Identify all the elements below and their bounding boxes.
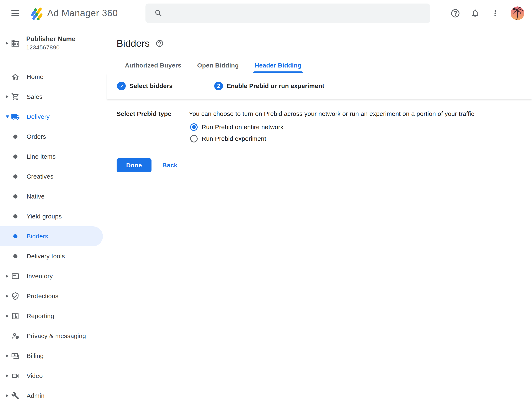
banknote-icon xyxy=(11,352,20,360)
sidebar-item-line-items[interactable]: Line items xyxy=(0,147,106,166)
bullet-icon xyxy=(13,214,17,219)
publisher-name: Publisher Name xyxy=(26,35,75,43)
tab-open-bidding[interactable]: Open Bidding xyxy=(196,58,240,73)
sidebar-item-delivery[interactable]: Delivery xyxy=(0,107,106,127)
tab-authorized-buyers[interactable]: Authorized Buyers xyxy=(124,58,183,73)
sidebar-item-delivery-tools[interactable]: Delivery tools xyxy=(0,246,106,266)
sidebar-item-native[interactable]: Native xyxy=(0,187,106,206)
sidebar-item-protections[interactable]: Protections xyxy=(0,286,106,306)
banner-icon xyxy=(11,272,20,280)
home-icon xyxy=(11,73,20,81)
sidebar-nav: Home Sales Delivery Orders Line items Cr… xyxy=(0,60,106,406)
product-name: Ad Manager 360 xyxy=(47,8,118,18)
page-help-icon[interactable] xyxy=(155,39,164,47)
expand-down-icon xyxy=(6,116,9,118)
bullet-icon xyxy=(13,234,17,238)
sidebar-item-inventory[interactable]: Inventory xyxy=(0,266,106,286)
truck-icon xyxy=(11,112,20,121)
radio-run-prebid-entire-network[interactable]: Run Prebid on entire network xyxy=(190,121,474,133)
bullet-icon xyxy=(13,194,17,198)
done-button[interactable]: Done xyxy=(117,158,152,172)
main-content: Bidders Authorized Buyers Open Bidding H… xyxy=(107,27,532,407)
page-title: Bidders xyxy=(117,38,150,49)
wizard-stepper: Select bidders 2 Enable Prebid or run ex… xyxy=(107,73,532,99)
sidebar: Publisher Name 1234567890 Home Sales Del… xyxy=(0,27,106,407)
sidebar-item-video[interactable]: Video xyxy=(0,366,106,386)
bullet-icon xyxy=(13,155,17,159)
shopping-cart-icon xyxy=(11,93,20,101)
sidebar-item-bidders[interactable]: Bidders xyxy=(0,226,103,246)
radio-selected-icon xyxy=(190,123,198,131)
sidebar-item-home[interactable]: Home xyxy=(0,67,106,87)
prebid-type-radio-group: Run Prebid on entire network Run Prebid … xyxy=(190,121,474,145)
bullet-icon xyxy=(13,174,17,179)
video-camera-icon xyxy=(11,372,20,380)
sidebar-item-billing[interactable]: Billing xyxy=(0,346,106,366)
step-connector xyxy=(176,86,211,86)
expand-right-icon xyxy=(6,314,8,318)
step-complete-check-icon xyxy=(117,82,126,90)
more-options-icon[interactable] xyxy=(491,9,500,18)
bullet-icon xyxy=(13,134,17,139)
sidebar-item-admin[interactable]: Admin xyxy=(0,386,106,406)
ad-manager-logo-icon xyxy=(29,6,43,20)
tab-header-bidding[interactable]: Header Bidding xyxy=(253,58,303,73)
field-label: Select Prebid type xyxy=(117,110,189,145)
sidebar-item-sales[interactable]: Sales xyxy=(0,87,106,107)
publisher-id: 1234567890 xyxy=(26,44,75,51)
expand-right-icon xyxy=(6,294,8,298)
sidebar-item-creatives[interactable]: Creatives xyxy=(0,166,106,187)
help-icon[interactable] xyxy=(450,8,460,18)
step-number-badge: 2 xyxy=(214,82,223,90)
sidebar-item-yield-groups[interactable]: Yield groups xyxy=(0,206,106,226)
radio-run-prebid-experiment[interactable]: Run Prebid experiment xyxy=(190,133,474,145)
expand-right-icon xyxy=(6,354,8,358)
field-description: You can choose to turn on Prebid across … xyxy=(189,110,474,118)
search-icon xyxy=(154,9,163,18)
expand-right-icon xyxy=(6,42,8,45)
expand-right-icon xyxy=(6,274,8,278)
expand-right-icon xyxy=(6,95,8,98)
sidebar-item-privacy-messaging[interactable]: Privacy & messaging xyxy=(0,326,106,346)
bar-chart-icon xyxy=(11,312,20,320)
tab-bar: Authorized Buyers Open Bidding Header Bi… xyxy=(107,58,532,73)
app-bar: Ad Manager 360 xyxy=(0,0,532,26)
notifications-icon[interactable] xyxy=(470,8,480,18)
account-avatar[interactable] xyxy=(511,7,524,20)
radio-unselected-icon xyxy=(190,135,198,142)
publisher-selector[interactable]: Publisher Name 1234567890 xyxy=(0,27,106,60)
person-shield-icon xyxy=(11,332,20,340)
expand-right-icon xyxy=(6,394,8,398)
step-select-bidders[interactable]: Select bidders xyxy=(117,82,173,90)
step-enable-prebid[interactable]: 2 Enable Prebid or run experiment xyxy=(214,82,324,90)
menu-icon[interactable] xyxy=(11,10,19,16)
bullet-icon xyxy=(13,254,17,258)
sidebar-item-orders[interactable]: Orders xyxy=(0,127,106,147)
shield-check-icon xyxy=(11,292,20,300)
sidebar-item-reporting[interactable]: Reporting xyxy=(0,306,106,326)
expand-right-icon xyxy=(6,374,8,377)
back-button[interactable]: Back xyxy=(162,162,177,169)
search-bar[interactable] xyxy=(145,4,430,23)
search-input[interactable] xyxy=(169,9,424,17)
building-icon xyxy=(11,39,20,48)
wrench-icon xyxy=(11,392,20,400)
